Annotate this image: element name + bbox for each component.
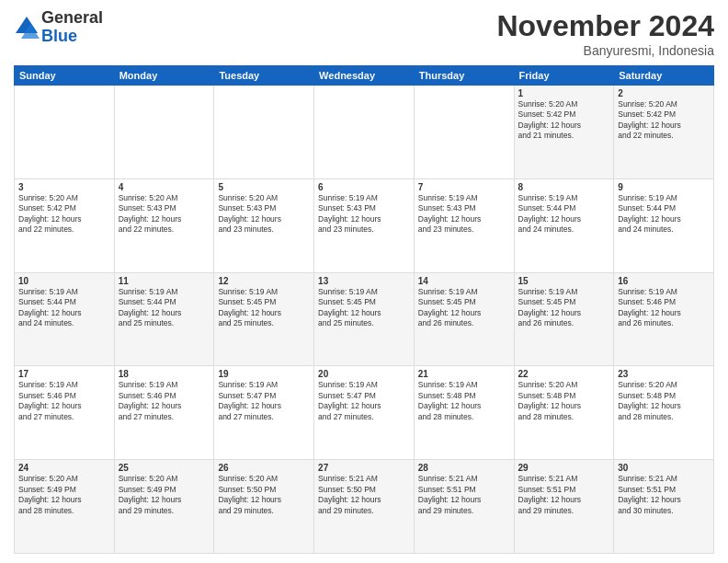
col-friday: Friday [514,66,614,86]
day-number: 26 [218,463,310,473]
day-number: 28 [418,463,510,473]
calendar-cell: 6Sunrise: 5:19 AM Sunset: 5:43 PM Daylig… [314,178,415,272]
day-number: 29 [518,463,610,473]
day-number: 7 [418,182,510,192]
calendar-week-2: 3Sunrise: 5:20 AM Sunset: 5:42 PM Daylig… [15,178,714,272]
calendar-cell [15,86,115,179]
calendar-header: Sunday Monday Tuesday Wednesday Thursday… [15,66,714,86]
col-tuesday: Tuesday [214,66,314,86]
calendar-cell: 20Sunrise: 5:19 AM Sunset: 5:47 PM Dayli… [314,366,415,460]
day-number: 18 [119,369,210,379]
day-info: Sunrise: 5:19 AM Sunset: 5:44 PM Dayligh… [18,287,110,329]
day-number: 1 [518,88,610,98]
day-info: Sunrise: 5:21 AM Sunset: 5:51 PM Dayligh… [418,474,510,516]
day-info: Sunrise: 5:19 AM Sunset: 5:45 PM Dayligh… [518,287,610,329]
calendar-cell: 25Sunrise: 5:20 AM Sunset: 5:49 PM Dayli… [114,460,214,554]
day-number: 5 [218,182,310,192]
day-info: Sunrise: 5:20 AM Sunset: 5:43 PM Dayligh… [119,193,210,236]
day-info: Sunrise: 5:19 AM Sunset: 5:44 PM Dayligh… [518,193,610,236]
logo-text: General Blue [41,9,103,46]
calendar-table: Sunday Monday Tuesday Wednesday Thursday… [14,65,714,554]
calendar-cell: 23Sunrise: 5:20 AM Sunset: 5:48 PM Dayli… [614,366,714,460]
calendar-cell: 27Sunrise: 5:21 AM Sunset: 5:50 PM Dayli… [314,460,415,554]
calendar-cell: 15Sunrise: 5:19 AM Sunset: 5:45 PM Dayli… [514,272,614,366]
calendar-cell: 24Sunrise: 5:20 AM Sunset: 5:49 PM Dayli… [15,460,115,554]
day-info: Sunrise: 5:19 AM Sunset: 5:44 PM Dayligh… [618,193,710,236]
calendar-week-5: 24Sunrise: 5:20 AM Sunset: 5:49 PM Dayli… [15,460,714,554]
calendar-cell: 7Sunrise: 5:19 AM Sunset: 5:43 PM Daylig… [414,178,514,272]
day-number: 10 [18,276,110,286]
day-number: 12 [218,276,310,286]
day-info: Sunrise: 5:19 AM Sunset: 5:44 PM Dayligh… [119,287,210,329]
logo-blue: Blue [41,28,103,46]
col-wednesday: Wednesday [314,66,415,86]
calendar-cell: 30Sunrise: 5:21 AM Sunset: 5:51 PM Dayli… [614,460,714,554]
calendar-cell: 11Sunrise: 5:19 AM Sunset: 5:44 PM Dayli… [114,272,214,366]
day-number: 22 [518,369,610,379]
day-info: Sunrise: 5:20 AM Sunset: 5:48 PM Dayligh… [618,380,710,422]
day-number: 6 [318,182,410,192]
day-number: 27 [318,463,410,473]
day-info: Sunrise: 5:20 AM Sunset: 5:49 PM Dayligh… [119,474,210,516]
day-info: Sunrise: 5:20 AM Sunset: 5:42 PM Dayligh… [18,193,110,236]
day-info: Sunrise: 5:19 AM Sunset: 5:45 PM Dayligh… [318,287,410,329]
day-number: 17 [18,369,110,379]
day-number: 9 [618,182,710,192]
calendar-cell: 26Sunrise: 5:20 AM Sunset: 5:50 PM Dayli… [214,460,314,554]
day-number: 30 [618,463,710,473]
col-saturday: Saturday [614,66,714,86]
day-info: Sunrise: 5:20 AM Sunset: 5:50 PM Dayligh… [218,474,310,516]
day-number: 16 [618,276,710,286]
calendar-cell [414,86,514,179]
day-info: Sunrise: 5:20 AM Sunset: 5:42 PM Dayligh… [618,99,710,142]
calendar-cell: 18Sunrise: 5:19 AM Sunset: 5:46 PM Dayli… [114,366,214,460]
day-number: 23 [618,369,710,379]
calendar-cell: 17Sunrise: 5:19 AM Sunset: 5:46 PM Dayli… [15,366,115,460]
day-info: Sunrise: 5:19 AM Sunset: 5:46 PM Dayligh… [18,380,110,422]
day-number: 4 [119,182,210,192]
calendar-cell: 3Sunrise: 5:20 AM Sunset: 5:42 PM Daylig… [15,178,115,272]
day-info: Sunrise: 5:21 AM Sunset: 5:51 PM Dayligh… [618,474,710,516]
day-info: Sunrise: 5:19 AM Sunset: 5:45 PM Dayligh… [418,287,510,329]
day-info: Sunrise: 5:21 AM Sunset: 5:51 PM Dayligh… [518,474,610,516]
day-info: Sunrise: 5:19 AM Sunset: 5:46 PM Dayligh… [119,380,210,422]
month-title: November 2024 [496,9,714,43]
calendar-cell: 29Sunrise: 5:21 AM Sunset: 5:51 PM Dayli… [514,460,614,554]
calendar-cell: 22Sunrise: 5:20 AM Sunset: 5:48 PM Dayli… [514,366,614,460]
calendar-cell [114,86,214,179]
day-info: Sunrise: 5:19 AM Sunset: 5:43 PM Dayligh… [418,193,510,236]
calendar-cell: 12Sunrise: 5:19 AM Sunset: 5:45 PM Dayli… [214,272,314,366]
header: General Blue November 2024 Banyuresmi, I… [14,9,714,58]
day-info: Sunrise: 5:19 AM Sunset: 5:45 PM Dayligh… [218,287,310,329]
col-monday: Monday [114,66,214,86]
day-info: Sunrise: 5:19 AM Sunset: 5:43 PM Dayligh… [318,193,410,236]
page: General Blue November 2024 Banyuresmi, I… [0,0,728,563]
calendar-week-1: 1Sunrise: 5:20 AM Sunset: 5:42 PM Daylig… [15,86,714,179]
calendar-cell: 4Sunrise: 5:20 AM Sunset: 5:43 PM Daylig… [114,178,214,272]
day-number: 25 [119,463,210,473]
logo-general: General [41,9,103,28]
calendar-cell: 16Sunrise: 5:19 AM Sunset: 5:46 PM Dayli… [614,272,714,366]
calendar-cell: 1Sunrise: 5:20 AM Sunset: 5:42 PM Daylig… [514,86,614,179]
calendar-week-3: 10Sunrise: 5:19 AM Sunset: 5:44 PM Dayli… [15,272,714,366]
calendar-cell [214,86,314,179]
day-info: Sunrise: 5:19 AM Sunset: 5:47 PM Dayligh… [318,380,410,422]
calendar-body: 1Sunrise: 5:20 AM Sunset: 5:42 PM Daylig… [15,86,714,554]
day-number: 11 [119,276,210,286]
calendar-cell: 19Sunrise: 5:19 AM Sunset: 5:47 PM Dayli… [214,366,314,460]
calendar-cell: 21Sunrise: 5:19 AM Sunset: 5:48 PM Dayli… [414,366,514,460]
col-thursday: Thursday [414,66,514,86]
calendar-cell: 5Sunrise: 5:20 AM Sunset: 5:43 PM Daylig… [214,178,314,272]
calendar-cell: 10Sunrise: 5:19 AM Sunset: 5:44 PM Dayli… [15,272,115,366]
day-number: 21 [418,369,510,379]
day-number: 24 [18,463,110,473]
day-info: Sunrise: 5:20 AM Sunset: 5:43 PM Dayligh… [218,193,310,236]
logo: General Blue [14,9,103,46]
calendar-cell: 14Sunrise: 5:19 AM Sunset: 5:45 PM Dayli… [414,272,514,366]
logo-icon [14,15,40,40]
day-number: 14 [418,276,510,286]
header-row: Sunday Monday Tuesday Wednesday Thursday… [15,66,714,86]
day-info: Sunrise: 5:19 AM Sunset: 5:46 PM Dayligh… [618,287,710,329]
col-sunday: Sunday [15,66,115,86]
day-number: 13 [318,276,410,286]
